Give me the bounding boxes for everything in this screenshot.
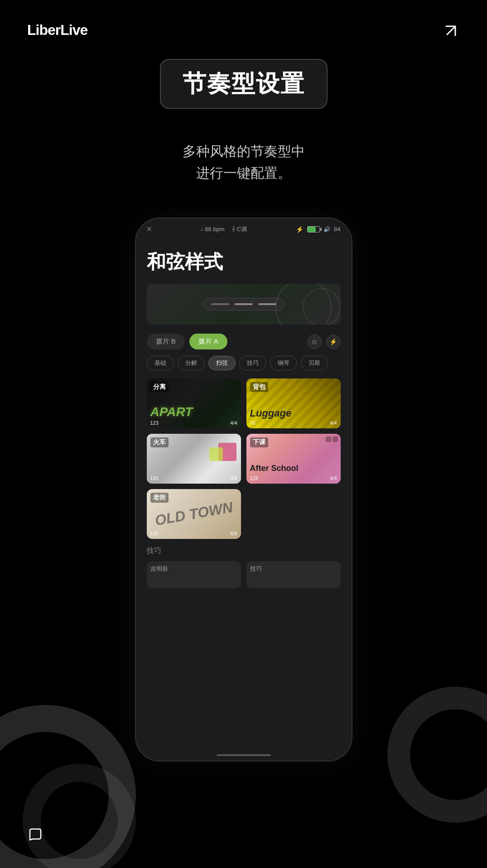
volume-icon: 🔊	[323, 226, 330, 233]
bpm-value: 86 bpm	[205, 226, 224, 233]
page-title: 节奏型设置	[183, 70, 305, 97]
tab-icons: ⊙ ⚡	[307, 335, 341, 349]
filter-piano[interactable]: 钢琴	[270, 356, 297, 370]
bpm-icon: ♩	[201, 226, 203, 232]
battery-fill	[308, 227, 316, 232]
card-oldstreet-name: OLD TOWN	[154, 499, 234, 529]
card-school-time: 4/4	[330, 475, 337, 481]
card-luggage-label: 背包	[250, 382, 268, 392]
bottom-cards: 吉明鼓 技巧	[147, 561, 341, 588]
bg-curve-right	[387, 687, 487, 823]
phone-mockup: × ♩ 86 bpm 𝄞 C调 ⚡ 🔊 84	[135, 218, 352, 761]
card-train-label: 火车	[150, 437, 169, 447]
tab-icon-flash[interactable]: ⚡	[326, 335, 341, 349]
school-icon-2	[333, 436, 338, 442]
string-1	[211, 303, 229, 305]
filter-bass[interactable]: 贝斯	[301, 356, 328, 370]
filter-decompose[interactable]: 分解	[178, 356, 205, 370]
card-luggage-name: Luggage	[250, 407, 292, 419]
key-icon: 𝄞	[232, 226, 235, 232]
card-luggage-bpm: 70	[250, 420, 256, 426]
page-title-wrap: 节奏型设置	[160, 59, 328, 109]
card-school-icons	[326, 436, 338, 442]
filter-strum[interactable]: 扫弦	[208, 356, 236, 370]
close-button[interactable]: ×	[147, 224, 152, 234]
filter-basic[interactable]: 基础	[147, 356, 174, 370]
subtitle: 多种风格的节奏型中 进行一键配置。	[183, 141, 305, 184]
card-luggage-time: 4/4	[330, 420, 337, 426]
card-apart-bpm: 123	[150, 420, 159, 426]
bluetooth-icon: ⚡	[296, 226, 304, 233]
bottom-left-nav-icon[interactable]	[27, 826, 43, 846]
guitar-strings	[203, 298, 284, 310]
card-school[interactable]: 下课 After School 128 4/4	[246, 434, 341, 484]
page-title-box: 节奏型设置	[160, 59, 328, 109]
bottom-card-1[interactable]: 吉明鼓	[147, 561, 241, 588]
tab-plectrum-a[interactable]: 拨片 A	[189, 334, 227, 349]
string-3	[258, 303, 276, 305]
filter-skill[interactable]: 技巧	[239, 356, 266, 370]
card-school-bpm: 128	[250, 475, 258, 481]
phone-indicator	[217, 754, 271, 756]
card-train-accent2	[209, 447, 223, 461]
card-luggage[interactable]: 背包 Luggage 70 4/4	[246, 378, 341, 428]
card-apart-name: APART	[150, 405, 193, 419]
technique-section-label: 技巧	[147, 546, 341, 556]
guitar-area	[147, 284, 341, 325]
key-value: C调	[237, 225, 247, 233]
status-bar: × ♩ 86 bpm 𝄞 C调 ⚡ 🔊 84	[136, 218, 352, 240]
status-right: ⚡ 🔊 84	[296, 226, 340, 233]
bottom-card-2-label: 技巧	[250, 565, 262, 573]
subtitle-line2: 进行一键配置。	[183, 162, 305, 184]
card-apart-label: 分离	[150, 382, 169, 392]
card-apart-time: 4/4	[230, 420, 237, 426]
bottom-card-1-label: 吉明鼓	[150, 565, 168, 573]
card-oldstreet[interactable]: 老街 OLD TOWN 120 6/8	[147, 489, 241, 539]
tab-row: 拨片 B 拨片 A ⊙ ⚡	[147, 334, 341, 349]
tab-plectrum-b[interactable]: 拨片 B	[147, 334, 185, 349]
phone-screen: × ♩ 86 bpm 𝄞 C调 ⚡ 🔊 84	[135, 218, 352, 761]
card-school-label: 下课	[250, 437, 268, 447]
volume-value: 84	[334, 226, 340, 233]
card-oldstreet-bpm: 120	[150, 531, 159, 536]
chord-title: 和弦样式	[147, 249, 341, 275]
card-train-bpm: 120	[150, 475, 159, 481]
card-train[interactable]: 火车 120 4/4	[147, 434, 241, 484]
filter-row: 基础 分解 扫弦 技巧 钢琴 贝斯	[147, 356, 341, 370]
card-oldstreet-time: 6/8	[230, 531, 237, 536]
status-left: ×	[147, 224, 152, 234]
cards-grid: 分离 APART 123 4/4 背包 Luggage 70 4/4	[147, 378, 341, 539]
top-right-icon[interactable]	[442, 22, 460, 40]
key-info: 𝄞 C调	[232, 225, 247, 233]
subtitle-line1: 多种风格的节奏型中	[183, 141, 305, 162]
school-icon-1	[326, 436, 331, 442]
card-school-name: After School	[250, 464, 299, 474]
card-oldstreet-label: 老街	[150, 493, 169, 503]
tab-icon-circle[interactable]: ⊙	[307, 335, 322, 349]
battery-icon	[307, 226, 320, 233]
phone-content: 和弦样式 拨片 B 拨片 A ⊙ ⚡ 基础	[136, 240, 352, 759]
status-center: ♩ 86 bpm 𝄞 C调	[201, 225, 247, 233]
string-2	[235, 303, 253, 305]
bottom-card-2[interactable]: 技巧	[246, 561, 341, 588]
card-apart[interactable]: 分离 APART 123 4/4	[147, 378, 241, 428]
card-train-time: 4/4	[230, 475, 237, 481]
app-logo: LiberLive	[27, 22, 87, 39]
bpm-info: ♩ 86 bpm	[201, 226, 224, 233]
